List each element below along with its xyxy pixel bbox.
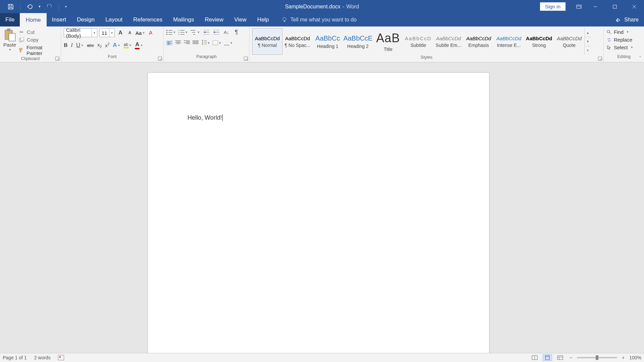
bold-button[interactable]: B [64,42,67,49]
styles-scroll-up-icon[interactable]: ▲ [585,28,591,37]
document-text[interactable]: Hello, World! [187,114,222,121]
document-area[interactable]: Hello, World! [0,62,644,353]
cut-button[interactable]: ✂ Cut [19,29,58,35]
tab-insert[interactable]: Insert [47,13,72,26]
tell-me-placeholder: Tell me what you want to do [290,17,357,23]
group-paragraph: ▼ ▼ ▼ [164,26,250,62]
style-strong[interactable]: AaBbCcDd Strong [524,28,554,55]
print-layout-icon[interactable] [543,354,552,361]
line-spacing-button[interactable]: ▼ [201,40,210,46]
text-effects-button[interactable]: A▼ [113,42,120,49]
multilevel-list-button[interactable]: ▼ [191,29,200,35]
decrease-indent-icon[interactable] [203,28,210,36]
increase-indent-icon[interactable] [213,28,220,36]
font-dialog-launcher-icon[interactable] [158,57,162,61]
style-intense-emphasis[interactable]: AaBbCcDd Intense E... [494,28,524,55]
tab-view[interactable]: View [229,13,252,26]
borders-button[interactable]: ▼ [224,41,233,45]
style-emphasis[interactable]: AaBbCcDd Emphasis [464,28,494,55]
styles-more-icon[interactable]: ▾ [585,46,591,55]
font-size-combo[interactable]: 11 ▼ [99,28,115,37]
redo-icon[interactable] [46,3,53,10]
zoom-level[interactable]: 100% [629,355,641,360]
zoom-slider[interactable] [577,357,617,358]
close-icon[interactable] [625,0,644,13]
superscript-button[interactable]: x2 [105,42,109,48]
clipboard-dialog-launcher-icon[interactable] [55,57,59,61]
minimize-icon[interactable] [586,0,605,13]
font-size-dropdown-icon[interactable]: ▼ [109,29,114,37]
style-quote[interactable]: AaBbCcDd Quote [554,28,584,55]
status-words[interactable]: 2 words [34,355,51,360]
undo-icon[interactable] [26,3,33,10]
tab-review[interactable]: Review [200,13,229,26]
web-layout-icon[interactable] [555,354,565,361]
zoom-in-icon[interactable]: + [621,355,626,360]
font-name-combo[interactable]: Calibri (Body) ▼ [64,28,97,37]
align-justify-button[interactable] [193,41,199,45]
qat-customize-icon[interactable]: ▾ [65,5,67,8]
replace-button[interactable]: Replace [606,37,633,43]
italic-button[interactable]: I [71,42,73,49]
style-normal[interactable]: AaBbCcDd ¶ Normal [252,28,282,55]
tell-me-search[interactable]: Tell me what you want to do [274,13,357,26]
ribbon-display-options-icon[interactable] [572,0,586,13]
paragraph-dialog-launcher-icon[interactable] [244,57,248,61]
styles-scroll-down-icon[interactable]: ▼ [585,37,591,46]
copy-button[interactable]: Copy [19,37,58,43]
tab-file[interactable]: File [0,13,20,26]
style-heading-2[interactable]: AaBbCcE Heading 2 [343,28,373,55]
change-case-button[interactable]: Aa▼ [136,30,145,36]
undo-dropdown-icon[interactable]: ▼ [38,5,41,8]
macro-recording-icon[interactable] [58,355,64,360]
grow-font-icon[interactable]: A [117,29,124,37]
bullets-button[interactable]: ▼ [166,29,176,35]
find-dropdown-icon[interactable]: ▼ [626,31,629,34]
show-paragraph-marks-icon[interactable]: ¶ [233,28,240,36]
page-content[interactable]: Hello, World! [148,73,489,163]
status-page[interactable]: Page 1 of 1 [3,355,27,360]
tab-layout[interactable]: Layout [100,13,128,26]
align-center-button[interactable] [175,41,181,45]
select-icon [606,45,612,50]
format-painter-button[interactable]: Format Painter [19,45,58,56]
maximize-icon[interactable] [605,0,625,13]
paste-dropdown-icon[interactable]: ▼ [9,48,11,51]
paste-button[interactable]: Paste ▼ [3,28,17,51]
tab-help[interactable]: Help [252,13,274,26]
underline-button[interactable]: U▼ [76,42,84,49]
align-right-button[interactable] [184,41,190,45]
subscript-button[interactable]: x2 [97,42,102,49]
zoom-slider-thumb[interactable] [596,355,598,360]
share-area[interactable]: Share [615,13,644,26]
select-button[interactable]: Select ▼ [606,45,633,50]
numbering-button[interactable]: ▼ [178,29,188,35]
tab-references[interactable]: References [128,13,168,26]
page[interactable]: Hello, World! [148,72,489,353]
select-dropdown-icon[interactable]: ▼ [631,46,633,49]
style-no-spacing[interactable]: AaBbCcDd ¶ No Spac... [282,28,313,55]
save-icon[interactable] [7,3,14,10]
sign-in-button[interactable]: Sign in [540,2,566,11]
zoom-out-icon[interactable]: − [568,355,574,360]
style-subtle-emphasis[interactable]: AaBbCcDd Subtle Em... [433,28,464,55]
read-mode-icon[interactable] [530,354,539,361]
style-heading-1[interactable]: AaBbCc Heading 1 [313,28,343,55]
styles-dialog-launcher-icon[interactable] [598,57,602,61]
find-button[interactable]: Find ▼ [606,29,633,35]
shading-button[interactable]: ▼ [213,41,221,45]
tab-home[interactable]: Home [20,13,46,26]
font-name-dropdown-icon[interactable]: ▼ [92,29,97,37]
font-color-button[interactable]: A ▼ [135,41,143,49]
tab-design[interactable]: Design [71,13,100,26]
highlight-color-button[interactable]: ab ▼ [124,42,132,48]
strikethrough-button[interactable]: abc [87,43,94,48]
shrink-font-icon[interactable]: A [126,29,133,37]
tab-mailings[interactable]: Mailings [168,13,199,26]
style-title[interactable]: AaB Title [373,28,403,55]
collapse-ribbon-icon[interactable]: ˄ [639,55,641,61]
clear-formatting-icon[interactable]: A̷ [147,29,154,37]
sort-icon[interactable]: A↓ [223,28,230,36]
align-left-button[interactable] [166,41,172,45]
style-subtitle[interactable]: AaBbCcD Subtitle [403,28,433,55]
